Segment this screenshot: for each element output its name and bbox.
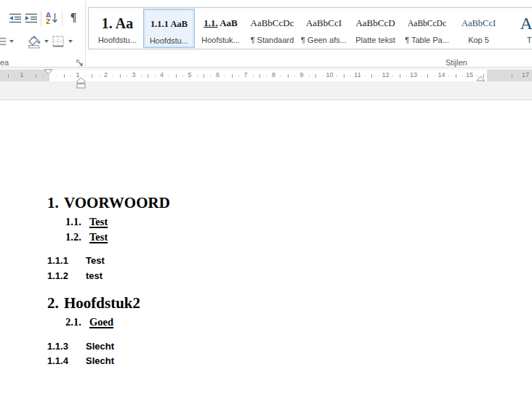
ruler-tick <box>92 74 92 78</box>
ruler-tick <box>267 76 267 76</box>
alinea-group-label: ea <box>0 58 9 67</box>
ruler-tick <box>371 74 372 78</box>
ruler-tick <box>462 76 463 76</box>
ruler-tick <box>141 76 142 76</box>
increase-indent-button[interactable] <box>23 10 39 26</box>
ruler-number: 9 <box>299 71 303 78</box>
ruler-tick <box>155 76 156 76</box>
borders-icon <box>52 35 65 48</box>
styles-gallery-items: 1. Aa Hoofdstu... 1.1.1 AaB Hoofdstu... … <box>92 9 532 48</box>
ruler-tick <box>491 76 491 76</box>
ruler-text-area <box>49 70 487 81</box>
styles-gallery: 1. Aa Hoofdstu... 1.1.1 AaB Hoofdstu... … <box>88 7 532 49</box>
decrease-indent-button[interactable] <box>7 10 23 26</box>
ruler-number: 13 <box>410 71 417 78</box>
ruler-tick <box>392 76 393 76</box>
style-gallery-item[interactable]: Aa Ti <box>504 9 532 48</box>
ruler-tick <box>8 74 9 78</box>
ruler-tick <box>344 74 344 78</box>
increase-indent-icon <box>25 12 38 24</box>
ruler-tick <box>203 74 204 78</box>
ruler-number: 6 <box>216 71 219 78</box>
left-indent-marker[interactable] <box>76 77 86 89</box>
document-page[interactable]: 1.VOORWOORD 1.1.Test 1.2.Test 1.1.1Test … <box>0 100 532 396</box>
style-sample-text: AaBbCcI <box>298 13 350 33</box>
line-text: Hoofdstuk2 <box>64 294 140 312</box>
line-text: Test <box>89 216 108 227</box>
ruler-tick <box>120 74 121 78</box>
style-sample-text: AaBbCcDc <box>401 13 453 33</box>
stijlen-group-label: Stijlen <box>429 58 484 67</box>
style-sample-text: AaBbCcD <box>350 13 401 33</box>
word-window: { "toolbar": { "alinea_group_label": "ea… <box>0 0 532 396</box>
right-indent-marker[interactable] <box>476 76 485 81</box>
list-number: 2. <box>47 294 64 312</box>
ruler-tick <box>64 74 65 78</box>
multilevel-list-icon <box>0 36 7 47</box>
ruler-tick <box>288 74 289 78</box>
list-number: 1.1.1 <box>47 255 86 266</box>
ruler-tick <box>57 76 57 76</box>
ruler-tick <box>113 76 113 76</box>
ruler-tick <box>309 76 310 76</box>
list-number: 1.1. <box>65 216 89 228</box>
style-sample-text: AaBbCcI <box>453 13 504 33</box>
svg-text:Z: Z <box>46 18 51 25</box>
list-number: 2.1. <box>65 316 89 328</box>
ruler-tick <box>148 74 148 78</box>
first-line-indent-marker[interactable] <box>44 69 53 75</box>
document-text-line: 2.1.Goed <box>65 316 113 328</box>
ruler-number: 14 <box>438 71 445 78</box>
multilevel-list-button[interactable] <box>0 34 7 49</box>
sort-button[interactable]: A Z <box>43 9 60 27</box>
ruler-tick <box>350 76 351 76</box>
style-gallery-item[interactable]: AaBbCcDc ¶ Standaard <box>246 9 298 48</box>
ruler-tick <box>323 76 323 76</box>
borders-button[interactable] <box>50 33 66 49</box>
borders-dropdown-caret[interactable] <box>68 40 73 43</box>
list-number: 1.1.3 <box>47 341 86 352</box>
ruler-tick <box>518 76 519 76</box>
ruler-tick <box>421 76 422 76</box>
shading-dropdown-caret[interactable] <box>44 40 49 43</box>
line-text: Slecht <box>86 341 114 352</box>
ruler-number: 5 <box>188 71 191 78</box>
style-sample-text: AaBbCcDc <box>246 13 298 33</box>
line-text: Test <box>89 231 108 243</box>
style-name-label: Hoofstuk... <box>195 36 246 44</box>
style-gallery-item[interactable]: 1.1. AaB Hoofstuk... <box>195 9 246 48</box>
paragraph-dialog-launcher[interactable] <box>75 58 85 68</box>
ruler-tick <box>182 76 183 76</box>
document-text-line: 1.1.Test <box>65 216 108 228</box>
ruler-tick <box>400 74 400 78</box>
pilcrow-icon: ¶ <box>70 11 77 24</box>
style-sample-text: Aa <box>504 13 532 33</box>
ruler-tick <box>435 76 435 76</box>
style-name-label: ¶ Table Pa... <box>401 36 453 44</box>
style-sample-text: 1. Aa <box>92 13 143 33</box>
ribbon: A Z ¶ <box>0 0 532 68</box>
show-paragraph-marks-button[interactable]: ¶ <box>65 9 81 25</box>
ruler-tick <box>43 76 44 76</box>
document-text-line: 1.1.3Slecht <box>47 341 114 352</box>
style-gallery-item[interactable]: AaBbCcI ¶ Geen afs... <box>298 9 350 48</box>
style-gallery-item[interactable]: AaBbCcDc ¶ Table Pa... <box>401 9 453 48</box>
ruler-number: 1 <box>20 71 23 78</box>
document-text-line: 1.1.2test <box>47 270 102 281</box>
ruler-number: 10 <box>326 71 333 78</box>
style-gallery-item[interactable]: AaBbCcI Kop 5 <box>453 9 504 48</box>
style-sample-text: 1.1.1 AaB <box>144 14 194 34</box>
ruler-tick <box>315 74 316 78</box>
decrease-indent-icon <box>9 12 22 24</box>
style-gallery-item[interactable]: 1.1.1 AaB Hoofdstu... <box>143 9 195 48</box>
ruler-tick <box>169 76 169 76</box>
multilevel-list-dropdown-caret[interactable] <box>9 40 14 43</box>
style-gallery-item[interactable]: 1. Aa Hoofdstu... <box>92 9 143 48</box>
shading-button[interactable] <box>25 33 43 50</box>
ruler-tick <box>448 76 449 76</box>
ruler-number: 15 <box>466 71 473 78</box>
ruler-tick <box>29 76 30 76</box>
paint-bucket-icon <box>26 34 42 49</box>
style-sample-text: 1.1. AaB <box>195 13 246 33</box>
style-gallery-item[interactable]: AaBbCcD Platte tekst <box>350 9 401 48</box>
